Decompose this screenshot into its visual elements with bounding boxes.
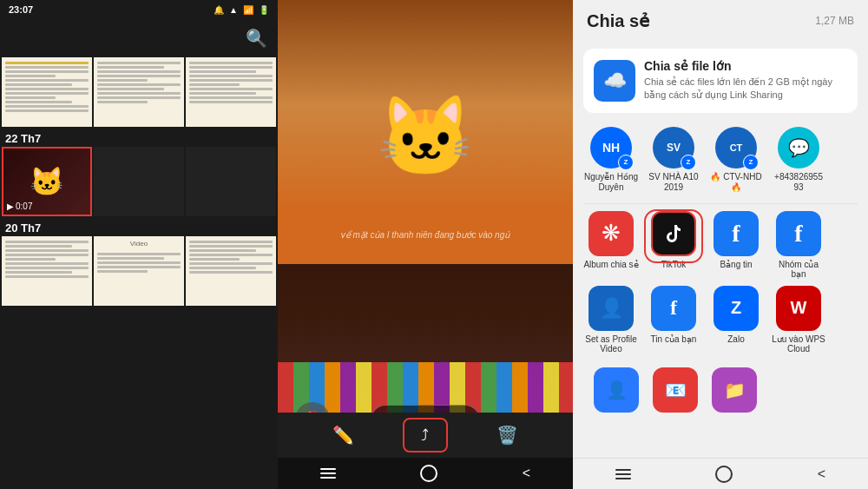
app-item-feed[interactable]: f Bảng tin — [708, 211, 764, 279]
gallery-item-doc4[interactable] — [2, 236, 92, 306]
left-gallery-panel: 23:07 🔔 ▲ 📶 🔋 🔍 — [0, 0, 278, 489]
right-share-panel: Chia sẻ 1,27 MB ☁️ Chia sẻ file lớn Chia… — [573, 0, 868, 489]
tiktok-icon — [651, 211, 696, 256]
contact-name-0: Nguyễn Hồng Duyên — [583, 172, 639, 193]
search-icon[interactable]: 🔍 — [246, 28, 267, 49]
app-item-album[interactable]: ❋ Album chia sẻ — [583, 211, 639, 279]
contact-name-1: SV NHÀ A10 2019 — [646, 172, 701, 193]
nav-back-icon[interactable]: < — [523, 466, 530, 481]
nav-back-right[interactable]: < — [818, 466, 825, 482]
app-item-stories[interactable]: f Tin của bạn — [646, 286, 701, 354]
video-duration: 0:07 — [16, 202, 32, 211]
nav-bar-right: < — [573, 458, 868, 489]
contact-avatar-3: 💬 — [778, 127, 819, 169]
cloud-share-icon: ☁️ — [594, 60, 635, 102]
gallery-item-empty2 — [186, 147, 276, 216]
section-label-22: 22 Th7 — [0, 127, 278, 147]
contact-item-3[interactable]: 💬 +843826955 93 — [771, 127, 826, 193]
app-label-feed: Bảng tin — [720, 260, 752, 269]
contact-item-1[interactable]: SV Z SV NHÀ A10 2019 — [646, 127, 701, 193]
album-icon: ❋ — [589, 211, 634, 256]
app-item-wps[interactable]: W Lưu vào WPS Cloud — [771, 286, 826, 354]
app-label-stories: Tin của bạn — [651, 334, 697, 344]
notification-icon: 🔔 — [214, 5, 224, 15]
contact-name-2: 🔥 CTV-NHD 🔥 — [708, 172, 764, 193]
more-app-2[interactable]: 📧 — [653, 367, 698, 413]
feed-icon: f — [713, 211, 759, 256]
zalo-icon: Z — [713, 286, 759, 331]
cat-video-display: 🐱 — [278, 0, 573, 264]
share-title: Chia sẻ — [587, 10, 649, 31]
app-item-group[interactable]: f Nhóm của bạn — [771, 211, 826, 279]
file-size-label: 1,27 MB — [815, 15, 854, 27]
video-thumbnail[interactable]: 🐱 ▶ 0:07 — [2, 147, 92, 216]
gallery-item-doc5[interactable]: Video — [94, 236, 184, 306]
contact-avatar-1: SV Z — [653, 127, 694, 169]
profile-vid-icon: 👤 — [589, 286, 634, 331]
nav-bar-middle: < — [278, 458, 573, 489]
gallery-item-doc2[interactable] — [94, 57, 184, 127]
action-bar: ✏️ ⤴ 🗑️ — [278, 413, 573, 458]
share-card-description: Chia sẻ các files lớn lên đến 2 GB một n… — [644, 76, 847, 102]
app-label-zalo: Zalo — [727, 334, 744, 344]
share-card-title: Chia sẻ file lớn — [644, 59, 847, 73]
nav-home-right[interactable] — [715, 466, 733, 483]
app-item-tiktok[interactable]: TikTok — [646, 211, 701, 279]
apps-row-1: ❋ Album chia sẻ TikTok f Bảng tin f Nhóm… — [573, 208, 868, 282]
stories-icon: f — [651, 286, 696, 331]
share-header: Chia sẻ 1,27 MB — [573, 0, 868, 42]
more-app-3[interactable]: 📁 — [712, 367, 757, 413]
app-item-zalo[interactable]: Z Zalo — [708, 286, 764, 354]
app-label-album: Album chia sẻ — [583, 260, 638, 269]
apps-row-2: 👤 Set as Profile Video f Tin của bạn Z Z… — [573, 282, 868, 357]
middle-video-panel: 🐱 vể mặt của I thanh niên đang bước vào … — [278, 0, 573, 489]
share-file-card[interactable]: ☁️ Chia sẻ file lớn Chia sẻ các files lớ… — [583, 49, 858, 113]
video-overlay-text: vể mặt của I thanh niên đang bước vào ng… — [341, 229, 510, 241]
divider-1 — [583, 203, 858, 204]
contacts-row: NH Z Nguyễn Hồng Duyên SV Z SV NHÀ A10 2… — [573, 120, 868, 200]
battery-icon: 🔋 — [259, 5, 269, 15]
gallery-item-doc1[interactable] — [2, 57, 92, 127]
wifi-icon: ▲ — [229, 5, 238, 15]
nav-menu-icon[interactable] — [320, 468, 336, 479]
contact-name-3: +843826955 93 — [771, 172, 826, 193]
contact-item-0[interactable]: NH Z Nguyễn Hồng Duyên — [583, 127, 639, 193]
contact-avatar-2: CT Z — [715, 127, 757, 169]
contact-avatar-0: NH Z — [590, 127, 632, 169]
group-icon: f — [776, 211, 821, 256]
status-time: 23:07 — [9, 4, 33, 15]
wps-icon: W — [776, 286, 821, 331]
delete-button[interactable]: 🗑️ — [489, 416, 527, 454]
gallery-item-doc6[interactable] — [186, 236, 276, 306]
gallery-item-empty1 — [94, 147, 184, 216]
share-button[interactable]: ⤴ — [403, 418, 448, 453]
contact-item-2[interactable]: CT Z 🔥 CTV-NHD 🔥 — [708, 127, 764, 193]
app-label-tiktok: TikTok — [661, 260, 687, 269]
more-app-1[interactable]: 👤 — [594, 367, 639, 413]
signal-icon: 📶 — [243, 5, 253, 15]
app-label-group: Nhóm của bạn — [771, 260, 826, 279]
section-label-20: 20 Th7 — [0, 216, 278, 236]
nav-home-icon[interactable] — [420, 465, 437, 482]
play-icon: ▶ — [7, 202, 14, 211]
nav-menu-right[interactable] — [615, 469, 631, 479]
gallery-item-doc3[interactable] — [186, 57, 276, 127]
app-label-profile-vid: Set as Profile Video — [583, 334, 639, 354]
edit-button[interactable]: ✏️ — [324, 416, 362, 454]
app-item-profile-vid[interactable]: 👤 Set as Profile Video — [583, 286, 639, 354]
gallery-header: 🔍 — [0, 19, 278, 57]
app-label-wps: Lưu vào WPS Cloud — [771, 334, 826, 354]
